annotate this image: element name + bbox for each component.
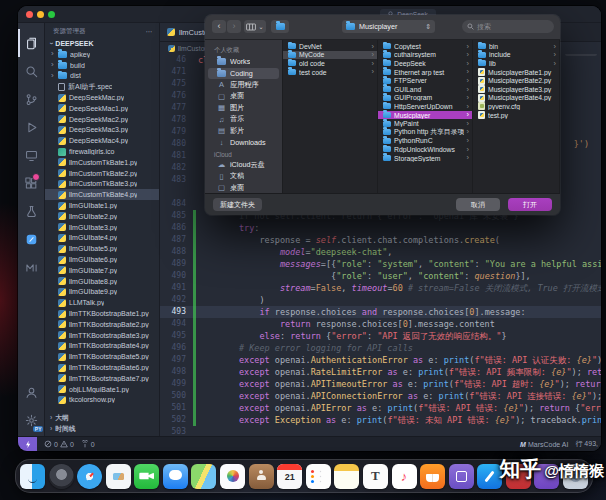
column-item[interactable]: Copytest› <box>378 42 472 51</box>
problems-indicator[interactable]: 0 0 <box>44 440 74 448</box>
run-debug-icon[interactable] <box>18 113 44 141</box>
sidebar-item--[interactable]: A应用程序 <box>208 79 279 91</box>
project-root-row[interactable]: › DEEPSEEK <box>45 38 159 49</box>
code-line[interactable]: 488 model="deepseek-chat", <box>160 246 601 258</box>
tree-item[interactable]: DeepSeekMac1.py <box>45 103 159 114</box>
column-item[interactable]: Musicplayer› <box>378 111 472 120</box>
code-line[interactable]: 491 stream=False, timeout=60 # stream=Fa… <box>160 282 601 294</box>
column-item[interactable]: old code› <box>283 59 377 68</box>
code-line[interactable]: 498 except openai.RateLimitError as e: p… <box>160 366 601 378</box>
remote-explorer-icon[interactable] <box>18 141 44 169</box>
column-item[interactable]: Ethernet arp test› <box>378 68 472 77</box>
tree-item[interactable]: DeepSeekMac3.py <box>45 125 159 136</box>
column-item[interactable]: DeepSeek› <box>378 59 472 68</box>
column-item[interactable]: GUIProgram› <box>378 94 472 103</box>
column-item[interactable]: RdpUnlockWindows› <box>378 145 472 154</box>
contacts-dock-icon[interactable] <box>249 464 274 489</box>
current-folder-dropdown[interactable]: Musicplayer ⇕ <box>342 20 435 33</box>
sidebar-item-icloud-[interactable]: ☁iCloud云盘 <box>208 159 279 171</box>
explorer-icon[interactable] <box>18 29 44 57</box>
column-item[interactable]: test.py <box>473 111 559 120</box>
calculator-dock-icon[interactable] <box>449 464 474 489</box>
tree-item[interactable]: llmGUIbate1.py <box>45 200 159 211</box>
app-blue-dock-icon[interactable] <box>563 464 588 489</box>
tree-item[interactable]: llmTTKBootstrapBate1.py <box>45 308 159 319</box>
new-folder-button[interactable]: 新建文件夹 <box>213 198 262 211</box>
column-item[interactable]: GUILand› <box>378 85 472 94</box>
zoom-button[interactable] <box>48 11 55 18</box>
search-icon[interactable] <box>18 57 44 85</box>
sidebar-item--[interactable]: ♫音乐 <box>208 114 279 126</box>
launchpad-dock-icon[interactable] <box>49 464 74 489</box>
column-item[interactable]: cuthairsystem› <box>378 51 472 60</box>
tree-item[interactable]: DeepSeekMac.py <box>45 92 159 103</box>
code-line[interactable]: 497 except openai.AuthenticationError as… <box>160 354 601 366</box>
view-mode-button[interactable]: ⌄ <box>244 20 266 33</box>
back-button[interactable]: ‹ <box>212 20 226 33</box>
maps-dock-icon[interactable] <box>191 464 216 489</box>
code-line[interactable]: 496 # Keep error logging for API calls <box>160 342 601 354</box>
tree-item[interactable]: llmTTKBootstrapBate4.py <box>45 341 159 352</box>
remote-indicator[interactable] <box>18 437 37 451</box>
app-red-dock-icon[interactable] <box>506 464 531 489</box>
books-dock-icon[interactable] <box>420 464 445 489</box>
code-line[interactable]: 502 except Exception as e: print(f"错误: 未… <box>160 414 601 426</box>
messages-dock-icon[interactable] <box>163 464 188 489</box>
tree-item[interactable]: llmCustomTkBate1.py <box>45 157 159 168</box>
column-item[interactable]: PythonRunC› <box>378 137 472 146</box>
code-line[interactable]: 494 return response.choices[0].message.c… <box>160 318 601 330</box>
tree-item[interactable]: llmTTKBootstrapBate5.py <box>45 351 159 362</box>
tree-item[interactable]: DeepSeekMac2.py <box>45 114 159 125</box>
tree-item[interactable]: llmTTKBootstrapBate3.py <box>45 330 159 341</box>
safari-dock-icon[interactable] <box>77 464 102 489</box>
tree-item[interactable]: ›apikey <box>45 49 159 60</box>
tree-item[interactable]: llmGUIbate4.py <box>45 233 159 244</box>
settings-icon[interactable]: PY <box>18 406 44 434</box>
forward-button[interactable]: › <box>227 20 241 33</box>
code-line[interactable]: 487 response = self.client.chat.completi… <box>160 234 601 246</box>
column-item[interactable]: FTPServer› <box>378 76 472 85</box>
sidebar-item--[interactable]: ▤影片 <box>208 125 279 137</box>
column-item[interactable]: MusicplayerBate2.py <box>473 76 559 85</box>
outline-section[interactable]: › 大纲 <box>45 412 159 423</box>
more-actions-icon[interactable]: ⋯ <box>146 28 154 36</box>
code-line[interactable]: 489 messages=[{"role": "system", "conten… <box>160 258 601 270</box>
sidebar-item-works[interactable]: Works <box>208 56 279 68</box>
code-line[interactable]: 500 except openai.APIConnectionError as … <box>160 390 601 402</box>
column-item[interactable]: bin› <box>473 42 559 51</box>
close-button[interactable] <box>26 11 33 18</box>
tree-item[interactable]: llmGUIbate7.py <box>45 265 159 276</box>
tree-item[interactable]: llmTTKBootstrapBate7.py <box>45 373 159 384</box>
preview-dock-icon[interactable] <box>106 464 131 489</box>
code-line[interactable]: 499 except openai.APITimeoutError as e: … <box>160 378 601 390</box>
open-button[interactable]: 打开 <box>508 198 552 211</box>
sidebar-item--[interactable]: ▯文稿 <box>208 171 279 183</box>
tree-item[interactable]: llmGUIbate3.py <box>45 222 159 233</box>
column-item[interactable]: test code› <box>283 68 377 77</box>
sidebar-item--[interactable]: ▢桌面 <box>208 91 279 103</box>
minimize-button[interactable] <box>37 11 44 18</box>
column-item[interactable]: MusicplayerBate3.py <box>473 85 559 94</box>
finder-dock-icon[interactable] <box>20 464 45 489</box>
marscode-icon[interactable] <box>18 253 44 281</box>
tree-item[interactable]: llmGUIbate9.py <box>45 287 159 298</box>
facetime-dock-icon[interactable] <box>134 464 159 489</box>
appstore-dock-icon[interactable] <box>477 464 502 489</box>
cursor-position[interactable]: 行 493, <box>575 439 598 449</box>
folder-action-button[interactable] <box>271 20 289 33</box>
code-line[interactable]: 486 try: <box>160 222 601 234</box>
tree-item[interactable]: firewallgirls.ico <box>45 146 159 157</box>
tree-item[interactable]: objLLMguiBate1.py <box>45 384 159 395</box>
column-item[interactable]: Python http 共享目录项目› <box>378 128 472 137</box>
testing-icon[interactable] <box>18 197 44 225</box>
ext-blue-icon[interactable] <box>18 225 44 253</box>
marscode-ai-status[interactable]: M MarsCode AI <box>520 441 568 448</box>
sidebar-item-downloads[interactable]: ↓Downloads <box>208 137 279 149</box>
broadcast-indicator[interactable]: 0 <box>81 440 95 448</box>
tree-item[interactable]: ›build <box>45 60 159 71</box>
column-item[interactable]: MusicplayerBate4.py <box>473 94 559 103</box>
column-item[interactable]: MyCode› <box>283 51 377 60</box>
tree-item[interactable]: llmGUIbate5.py <box>45 243 159 254</box>
sidebar-item--[interactable]: ▦图片 <box>208 102 279 114</box>
code-line[interactable]: 503 <box>160 426 601 436</box>
